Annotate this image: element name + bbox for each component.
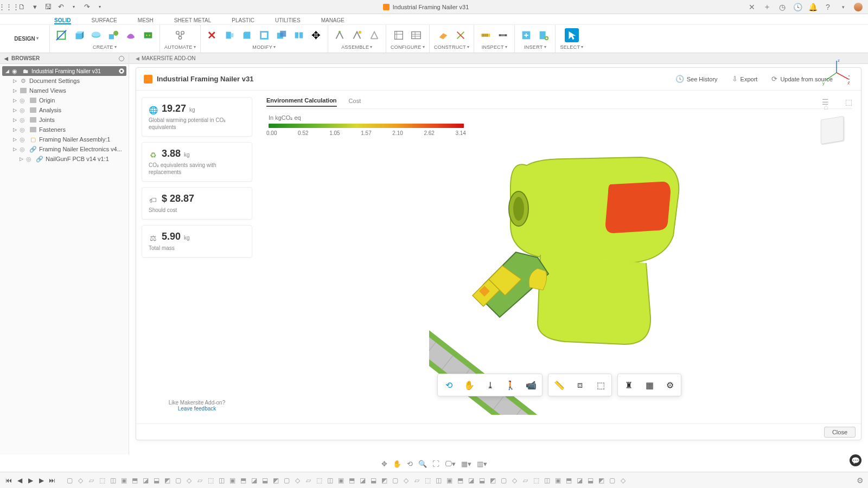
tab-sheetmetal[interactable]: SHEET METAL: [174, 17, 212, 24]
new-file-icon[interactable]: 🗋: [17, 3, 26, 11]
view-cube[interactable]: ⌂: [815, 113, 849, 147]
select-label[interactable]: SELECT: [560, 44, 583, 50]
timeline-step[interactable]: ⬚: [315, 476, 323, 485]
cube-view-icon[interactable]: ⬚: [845, 98, 852, 106]
timeline-step[interactable]: ◇: [293, 476, 302, 485]
timeline-start-icon[interactable]: ⏮: [4, 476, 13, 485]
timeline-step[interactable]: ◇: [618, 476, 627, 485]
nav-pan-icon[interactable]: ✋: [393, 460, 401, 468]
table-icon[interactable]: [409, 28, 423, 42]
pan-icon[interactable]: ✋: [462, 377, 477, 393]
create-label[interactable]: CREATE: [93, 44, 117, 50]
section-icon[interactable]: ⧈: [572, 377, 588, 393]
close-tab-icon[interactable]: ✕: [748, 3, 756, 11]
timeline-step[interactable]: ⬚: [532, 476, 540, 485]
timeline-step[interactable]: ⬚: [423, 476, 432, 485]
timeline-step[interactable]: ◩: [163, 476, 171, 485]
nav-move-icon[interactable]: ✥: [381, 460, 387, 468]
feedback-link[interactable]: Leave feedback: [178, 406, 216, 412]
timeline-step[interactable]: ◩: [380, 476, 388, 485]
timeline-step[interactable]: ⬓: [260, 476, 269, 485]
timeline-step[interactable]: ⬒: [564, 476, 573, 485]
panel-more-icon[interactable]: ⋮: [845, 74, 853, 84]
nav-grid-icon[interactable]: ▦▾: [461, 460, 471, 468]
pcb-icon[interactable]: [141, 28, 155, 42]
timeline-play-icon[interactable]: ▶: [26, 476, 35, 485]
lookAt-icon[interactable]: ⤓: [482, 377, 497, 393]
timeline-step[interactable]: ◫: [434, 476, 443, 485]
undo-dropdown-icon[interactable]: ▾: [69, 3, 78, 11]
jobs-icon[interactable]: 🕓: [793, 3, 802, 11]
timeline-settings-icon[interactable]: ⚙: [857, 476, 864, 485]
timeline-step[interactable]: ⬒: [239, 476, 247, 485]
close-button[interactable]: Close: [824, 427, 856, 438]
tree-root[interactable]: ◢◉🖿 Industrial Framing Nailer v31: [2, 66, 126, 76]
timeline-step[interactable]: ⬓: [369, 476, 378, 485]
timeline-step[interactable]: ◪: [575, 476, 584, 485]
timeline-step[interactable]: ▣: [119, 476, 128, 485]
rigid-icon[interactable]: [367, 28, 381, 42]
sketch-icon[interactable]: [54, 28, 68, 42]
tree-item-docsettings[interactable]: ▷⚙Document Settings: [2, 76, 126, 86]
timeline-step[interactable]: ▣: [228, 476, 237, 485]
timeline-step[interactable]: ⬒: [456, 476, 464, 485]
insert-comp-icon[interactable]: [519, 28, 533, 42]
timeline-step[interactable]: ⬒: [130, 476, 139, 485]
shell-icon[interactable]: [257, 28, 271, 42]
tab-utilities[interactable]: UTILITIES: [275, 17, 301, 24]
combine-icon[interactable]: [275, 28, 289, 42]
timeline-step[interactable]: ◩: [488, 476, 497, 485]
tab-surface[interactable]: SURFACE: [92, 17, 117, 24]
timeline-step[interactable]: ◇: [76, 476, 85, 485]
interfere-icon[interactable]: [496, 28, 510, 42]
browser-options-icon[interactable]: [119, 56, 124, 61]
automate-label[interactable]: AUTOMATE: [164, 44, 196, 50]
timeline-step[interactable]: ◇: [510, 476, 519, 485]
tree-item-electronics[interactable]: ▷◎🔗Framing Nailer Electronics v4...: [2, 144, 126, 154]
orbit-icon[interactable]: ⟲: [441, 377, 456, 393]
plane-icon[interactable]: [436, 28, 450, 42]
asbuilt-icon[interactable]: [350, 28, 364, 42]
nav-fit-icon[interactable]: ⛶: [432, 460, 439, 468]
redo-dropdown-icon[interactable]: ▾: [95, 3, 104, 11]
timeline-step[interactable]: ◫: [542, 476, 551, 485]
inspect-label[interactable]: INSPECT: [482, 44, 507, 50]
extrude-icon[interactable]: [72, 28, 86, 42]
file-dropdown-icon[interactable]: ▾: [30, 3, 39, 11]
timeline-step[interactable]: ◪: [250, 476, 258, 485]
timeline-fwd-icon[interactable]: ▶: [37, 476, 46, 485]
tab-manage[interactable]: MANAGE: [321, 17, 344, 24]
select-icon[interactable]: [565, 28, 579, 42]
timeline-step[interactable]: ▱: [412, 476, 421, 485]
timeline-step[interactable]: ⬓: [477, 476, 486, 485]
account-dropdown-icon[interactable]: ▾: [839, 3, 847, 11]
timeline-step[interactable]: ▢: [282, 476, 291, 485]
timeline-step[interactable]: ▱: [87, 476, 95, 485]
timeline-step[interactable]: ⬒: [347, 476, 356, 485]
help-icon[interactable]: ?: [824, 3, 832, 11]
see-history-button[interactable]: 🕓See History: [675, 75, 718, 83]
assemble-label[interactable]: ASSEMBLE: [341, 44, 372, 50]
tree-item-assembly[interactable]: ▷◎▢Framing Nailer Assembly:1: [2, 134, 126, 144]
axis-icon[interactable]: [454, 28, 468, 42]
split-icon[interactable]: [292, 28, 306, 42]
tree-icon[interactable]: ♜: [621, 377, 636, 393]
measure-icon[interactable]: [478, 28, 493, 42]
timeline-step[interactable]: ◪: [141, 476, 150, 485]
config-icon[interactable]: [392, 28, 406, 42]
pressDrag-icon[interactable]: [222, 28, 237, 42]
fillet-icon[interactable]: [240, 28, 254, 42]
subtab-cost[interactable]: Cost: [349, 98, 361, 106]
update-button[interactable]: ⟳Update from source: [771, 75, 833, 83]
subtab-environment[interactable]: Environment Calculation: [266, 97, 337, 107]
export-button[interactable]: ⇩Export: [732, 75, 758, 83]
primitive-icon[interactable]: [106, 28, 120, 42]
timeline-step[interactable]: ▣: [445, 476, 454, 485]
timeline-step[interactable]: ▢: [174, 476, 182, 485]
redo-icon[interactable]: ↷: [82, 3, 91, 11]
walk-icon[interactable]: 🚶: [503, 377, 518, 393]
design-workspace-button[interactable]: DESIGN: [3, 25, 50, 53]
tree-item-pcb[interactable]: ▷◎🔗NailGunF PCB v14 v1:1: [2, 154, 126, 164]
tree-item-joints[interactable]: ▷◎Joints: [2, 115, 126, 125]
layers-icon[interactable]: ▦: [642, 377, 657, 393]
